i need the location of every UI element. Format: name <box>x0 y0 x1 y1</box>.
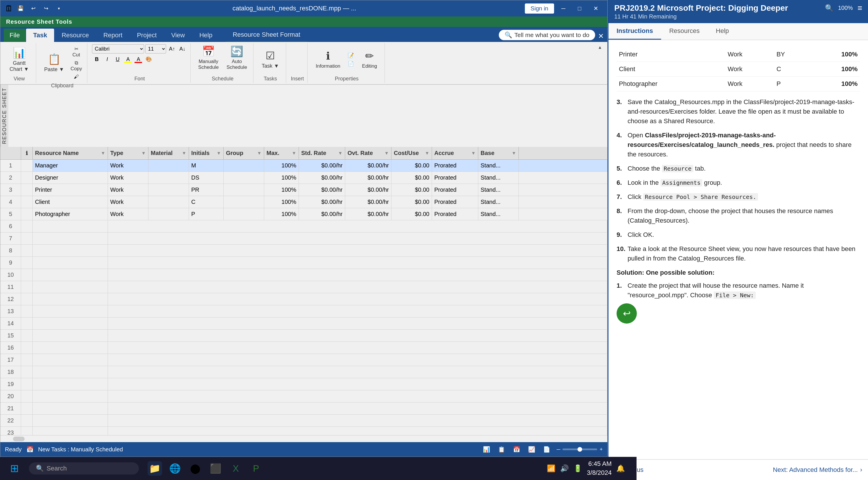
tab-close-button[interactable]: ✕ <box>598 32 604 40</box>
cell-type[interactable]: Work <box>108 196 148 208</box>
cell-empty[interactable] <box>33 269 108 281</box>
panel-menu-icon[interactable]: ≡ <box>858 3 862 13</box>
cell-accrue[interactable]: Prorated <box>432 172 478 184</box>
empty-row[interactable]: 13 <box>0 306 607 318</box>
col-header-type[interactable]: Type ▼ <box>108 147 148 159</box>
cell-group[interactable] <box>224 196 264 208</box>
close-button[interactable]: ✕ <box>589 3 603 13</box>
cell-empty[interactable] <box>33 306 108 317</box>
tab-file[interactable]: File <box>4 29 26 42</box>
cell-group[interactable] <box>224 208 264 220</box>
more-qa-btn[interactable]: ▾ <box>54 3 64 13</box>
copy-button[interactable]: ⧉ Copy <box>69 60 84 72</box>
cell-std-rate[interactable]: $0.00/hr <box>299 184 345 196</box>
cell-resource-name[interactable]: Manager <box>33 160 108 171</box>
table-row[interactable]: 4 Client Work C 100% $0.00/hr $0.00/hr $… <box>0 196 607 208</box>
cell-ovt-rate[interactable]: $0.00/hr <box>345 172 392 184</box>
col-header-max[interactable]: Max. ▼ <box>264 147 299 159</box>
empty-row[interactable]: 22 <box>0 415 607 427</box>
taskbar-terminal[interactable]: ⬛ <box>208 461 223 476</box>
cell-cost-use[interactable]: $0.00 <box>392 196 432 208</box>
empty-row[interactable]: 18 <box>0 366 607 378</box>
manually-schedule-button[interactable]: 📅 ManuallySchedule <box>195 44 221 71</box>
cell-initials[interactable]: P <box>189 208 224 220</box>
cell-cost-use[interactable]: $0.00 <box>392 160 432 171</box>
cell-initials[interactable]: M <box>189 160 224 171</box>
tab-resource[interactable]: Resource <box>55 29 96 42</box>
cell-empty[interactable] <box>33 318 108 329</box>
taskbar-edge[interactable]: 🌐 <box>168 461 182 476</box>
underline-button[interactable]: U <box>113 55 122 64</box>
empty-row[interactable]: 11 <box>0 281 607 293</box>
empty-row[interactable]: 16 <box>0 342 607 354</box>
zoom-in-icon[interactable]: + <box>599 446 603 452</box>
cell-cost-use[interactable]: $0.00 <box>392 172 432 184</box>
cell-empty[interactable] <box>33 245 108 256</box>
empty-row[interactable]: 8 <box>0 245 607 257</box>
view-calendar-icon[interactable]: 📅 <box>512 444 522 454</box>
col-header-accrue[interactable]: Accrue ▼ <box>432 147 478 159</box>
cell-material[interactable] <box>148 208 189 220</box>
cell-initials[interactable]: C <box>189 196 224 208</box>
cell-cost-use[interactable]: $0.00 <box>392 184 432 196</box>
cell-resource-name[interactable]: Photographer <box>33 208 108 220</box>
cell-ovt-rate[interactable]: $0.00/hr <box>345 184 392 196</box>
empty-row[interactable]: 12 <box>0 293 607 306</box>
cell-base[interactable]: Stand... <box>478 208 519 220</box>
tab-report[interactable]: Report <box>96 29 129 42</box>
font-shrink-button[interactable]: A↓ <box>178 44 187 54</box>
cell-accrue[interactable]: Prorated <box>432 160 478 171</box>
col-header-cost-use[interactable]: Cost/Use ▼ <box>392 147 432 159</box>
format-painter-button[interactable]: 🖌 <box>69 73 84 81</box>
cell-cost-use[interactable]: $0.00 <box>392 208 432 220</box>
empty-row[interactable]: 6 <box>0 220 607 232</box>
green-circle-button[interactable]: ↩ <box>617 303 637 324</box>
cell-type[interactable]: Work <box>108 184 148 196</box>
cell-empty[interactable] <box>33 342 108 354</box>
empty-row[interactable]: 19 <box>0 378 607 390</box>
cell-empty[interactable] <box>33 378 108 390</box>
cell-std-rate[interactable]: $0.00/hr <box>299 160 345 171</box>
cell-std-rate[interactable]: $0.00/hr <box>299 208 345 220</box>
empty-row[interactable]: 17 <box>0 354 607 366</box>
panel-tab-instructions[interactable]: Instructions <box>609 23 661 40</box>
empty-row[interactable]: 7 <box>0 232 607 245</box>
start-button[interactable]: ⊞ <box>6 460 23 477</box>
cell-ovt-rate[interactable]: $0.00/hr <box>345 208 392 220</box>
cell-base[interactable]: Stand... <box>478 196 519 208</box>
col-header-resource-name[interactable]: Resource Name ▼ <box>33 147 108 159</box>
cell-empty[interactable] <box>33 257 108 268</box>
cell-std-rate[interactable]: $0.00/hr <box>299 172 345 184</box>
cell-material[interactable] <box>148 196 189 208</box>
cell-empty[interactable] <box>33 390 108 402</box>
cell-material[interactable] <box>148 160 189 171</box>
cell-accrue[interactable]: Prorated <box>432 208 478 220</box>
italic-button[interactable]: I <box>102 55 112 64</box>
empty-row[interactable]: 9 <box>0 257 607 269</box>
empty-row[interactable]: 14 <box>0 318 607 330</box>
cell-max[interactable]: 100% <box>264 172 299 184</box>
table-row[interactable]: 3 Printer Work PR 100% $0.00/hr $0.00/hr… <box>0 184 607 196</box>
cell-base[interactable]: Stand... <box>478 184 519 196</box>
tab-help[interactable]: Help <box>192 29 219 42</box>
save-btn[interactable]: 💾 <box>16 3 26 13</box>
taskbar-file-explorer[interactable]: 📁 <box>148 461 162 476</box>
cell-material[interactable] <box>148 184 189 196</box>
tab-resource-sheet-format[interactable]: Resource Sheet Format <box>226 28 307 42</box>
col-header-material[interactable]: Material ▼ <box>148 147 189 159</box>
panel-search-icon[interactable]: 🔍 <box>825 4 834 12</box>
notes-button[interactable]: 📝 <box>346 52 355 59</box>
cell-accrue[interactable]: Prorated <box>432 196 478 208</box>
cell-group[interactable] <box>224 172 264 184</box>
cell-resource-name[interactable]: Designer <box>33 172 108 184</box>
horizontal-scrollbar[interactable] <box>0 435 607 442</box>
taskbar-project[interactable]: P <box>249 461 263 476</box>
col-header-ovt-rate[interactable]: Ovt. Rate ▼ <box>345 147 392 159</box>
cell-initials[interactable]: DS <box>189 172 224 184</box>
view-report-icon[interactable]: 📄 <box>541 444 552 454</box>
cell-ovt-rate[interactable]: $0.00/hr <box>345 196 392 208</box>
view-gantt-icon[interactable]: 📊 <box>482 444 492 454</box>
table-row[interactable]: 2 Designer Work DS 100% $0.00/hr $0.00/h… <box>0 172 607 184</box>
minimize-button[interactable]: ─ <box>556 3 570 13</box>
empty-row[interactable]: 21 <box>0 403 607 415</box>
